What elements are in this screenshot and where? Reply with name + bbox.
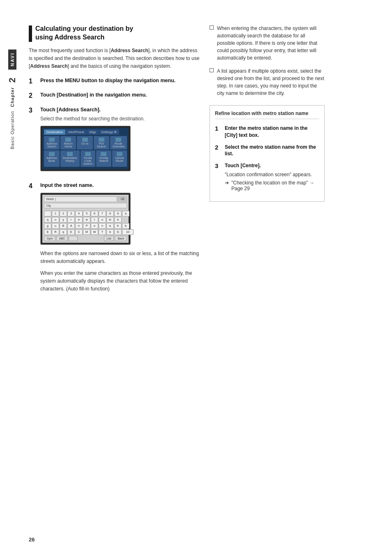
return-home-icon xyxy=(65,138,71,142)
alpha-row-3: E R q E C M W T b G 10 xyxy=(44,229,127,235)
key-2[interactable]: 2 xyxy=(60,211,67,216)
bullet-item-1: When entering the characters, the system… xyxy=(210,25,325,62)
key-t[interactable]: t xyxy=(91,217,98,223)
key-9[interactable]: 9 xyxy=(114,211,122,216)
city-label: City xyxy=(44,203,127,208)
key-blank[interactable] xyxy=(44,211,51,216)
abc-btn[interactable]: ABC xyxy=(56,236,68,241)
bullet-item-2: A list appears if multiple options exist… xyxy=(210,67,325,97)
space-btn[interactable] xyxy=(69,236,78,241)
step-1-content: Press the MENU button to display the nav… xyxy=(40,77,201,86)
key-u3[interactable]: u xyxy=(52,223,59,229)
key-cap-p[interactable]: P xyxy=(83,223,90,229)
key-n[interactable]: n xyxy=(75,223,83,229)
tab-destination: Destination xyxy=(44,129,65,135)
step-3-content: Touch [Address Search]. Select the metho… xyxy=(40,106,201,177)
refine-step-2-content: Select the metro station name from the l… xyxy=(225,144,319,158)
num-row: 1 2 3 4 5 6 7 8 9 a xyxy=(44,211,127,216)
key-8[interactable]: 8 xyxy=(106,211,114,216)
key-cap-k[interactable]: K xyxy=(114,223,122,229)
key-lo[interactable]: lo xyxy=(106,217,114,223)
step-4: 4 Input the street name. Street | ⌫ City xyxy=(29,182,201,297)
keyboard-screenshot: Street | ⌫ City 1 2 3 xyxy=(40,193,131,245)
step-3: 3 Touch [Address Search]. Select the met… xyxy=(29,106,201,177)
key-cap-e[interactable]: E xyxy=(44,229,51,235)
key-o2[interactable]: o xyxy=(91,223,98,229)
key-4[interactable]: 4 xyxy=(75,211,83,216)
chapter-label: Chapter xyxy=(10,87,15,107)
key-1[interactable]: 1 xyxy=(52,211,59,216)
key-u[interactable]: u xyxy=(52,217,59,223)
poi-icon xyxy=(99,138,104,142)
key-y[interactable]: y xyxy=(60,217,67,223)
intro-text: The most frequently used function is [Ad… xyxy=(29,47,201,71)
bullet-icon-1 xyxy=(210,25,214,30)
key-10[interactable]: 10 xyxy=(122,229,134,235)
city-input-row: City xyxy=(44,203,127,208)
refine-arrow-item: ➔ "Checking the location on the map" → P… xyxy=(225,180,319,191)
refine-step-3: 3 Touch [Centre]. "Location confirmation… xyxy=(215,162,319,191)
key-w[interactable]: w xyxy=(83,217,90,223)
btn-poi: POI Search xyxy=(94,136,109,150)
body-text-1: When the options are narrowed down to si… xyxy=(40,250,201,265)
nav-menu-screenshot: Destination Info/Phone Map Settings ⚙ Ad… xyxy=(40,126,131,171)
step-3-desc: Select the method for searching the dest… xyxy=(40,115,201,122)
btn-postal: Postal Code Search xyxy=(81,150,95,167)
alpha-row-2: g u B A n P o n a K b xyxy=(44,223,127,229)
key-cap-g[interactable]: G xyxy=(114,229,122,235)
list-btn[interactable]: List xyxy=(104,236,114,241)
section-title: Calculating your destination by using Ad… xyxy=(35,25,133,42)
step-1-number: 1 xyxy=(29,77,36,86)
left-column: Calculating your destination by using Ad… xyxy=(29,25,201,530)
navi-label: NAVI xyxy=(8,49,16,69)
back-btn[interactable]: Back xyxy=(115,236,127,241)
key-cap-e2[interactable]: E xyxy=(67,229,75,235)
key-cap-b[interactable]: B xyxy=(60,223,67,229)
step-4-title: Input the street name. xyxy=(40,182,201,189)
tab-map: Map xyxy=(87,129,99,135)
key-u2[interactable]: u xyxy=(99,217,106,223)
backspace-btn[interactable]: ⌫ xyxy=(118,196,127,202)
chapter-number: 2 xyxy=(7,78,18,83)
key-cap-t[interactable]: T xyxy=(99,229,106,235)
key-3[interactable]: 3 xyxy=(67,211,75,216)
keyboard-bottom: Sym ABC List Back xyxy=(44,236,127,241)
key-7[interactable]: 7 xyxy=(99,211,106,216)
key-n2[interactable]: n xyxy=(99,223,106,229)
arrow-text: "Checking the location on the map" → Pag… xyxy=(231,180,319,191)
step-1: 1 Press the MENU button to display the n… xyxy=(29,77,201,86)
key-e[interactable]: e xyxy=(75,217,83,223)
btn-return-home: Return Home xyxy=(60,136,76,150)
menu-row-1: Address Search Return Home Go to xyxy=(44,136,127,150)
key-g[interactable]: g xyxy=(44,223,51,229)
refine-step-1-content: Enter the metro station name in the [Cit… xyxy=(225,125,319,139)
refine-step-1: 1 Enter the metro station name in the [C… xyxy=(215,125,319,139)
key-a2[interactable]: a xyxy=(106,223,114,229)
sym-btn[interactable]: Sym xyxy=(44,236,55,241)
refine-step-2-number: 2 xyxy=(215,144,221,151)
key-r[interactable]: r xyxy=(67,217,75,223)
key-5[interactable]: 5 xyxy=(83,211,90,216)
key-q[interactable]: q xyxy=(44,217,51,223)
key-b3[interactable]: b xyxy=(106,229,114,235)
step-4-content: Input the street name. Street | ⌫ City xyxy=(40,182,201,297)
refine-step-3-sub: "Location confirmation screen" appears. xyxy=(225,171,319,178)
sidebar: NAVI 2 Chapter Basic Operation xyxy=(0,16,25,539)
refine-step-3-title: Touch [Centre]. xyxy=(225,162,319,169)
arrow-icon: ➔ xyxy=(225,180,229,186)
step-2: 2 Touch [Destination] in the navigation … xyxy=(29,92,201,101)
step-2-title: Touch [Destination] in the navigation me… xyxy=(40,92,201,99)
key-b2[interactable]: b xyxy=(122,223,129,229)
key-6[interactable]: 6 xyxy=(91,211,98,216)
key-cap-m[interactable]: M xyxy=(83,229,90,235)
key-b[interactable]: b xyxy=(114,217,122,223)
key-cap-a[interactable]: A xyxy=(67,223,75,229)
key-cap-c[interactable]: C xyxy=(75,229,83,235)
refine-box-title: Refine location with metro station name xyxy=(215,111,319,119)
key-cap-r[interactable]: R xyxy=(52,229,59,235)
key-cap-w[interactable]: W xyxy=(91,229,98,235)
btn-address-book: Address Book xyxy=(44,150,60,167)
key-a[interactable]: a xyxy=(122,211,129,216)
refine-step-1-number: 1 xyxy=(215,125,221,132)
key-q2[interactable]: q xyxy=(60,229,67,235)
